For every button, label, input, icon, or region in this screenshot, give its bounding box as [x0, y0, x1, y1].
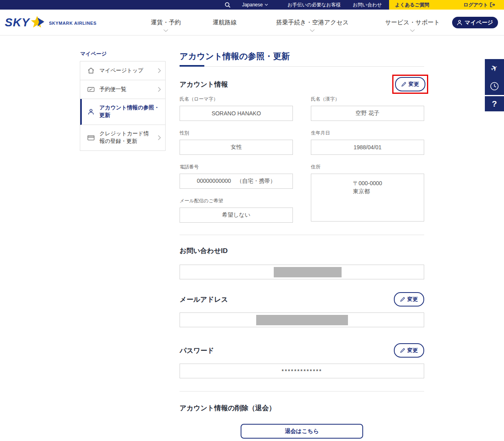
pencil-icon — [400, 348, 405, 353]
chevron-down-icon — [265, 4, 268, 6]
sidebar-item-mypage-top[interactable]: マイページトップ — [80, 61, 165, 80]
logo-subtext: SKYMARK AIRLINES — [49, 21, 97, 26]
search-icon[interactable] — [225, 2, 231, 8]
main-header: SKY SKYMARK AIRLINES 運賃・予約 運航路線 搭乗手続き・空港… — [0, 10, 504, 36]
help-icon: ? — [492, 99, 497, 109]
assist-link[interactable]: お手伝いの必要なお客様 — [287, 2, 340, 8]
value-address: 〒000-0000 東京都 — [311, 174, 424, 221]
withdraw-button[interactable]: 退会はこちら — [241, 424, 363, 439]
value-name-kanji: 空野 花子 — [311, 106, 424, 121]
redacted-value — [274, 267, 342, 277]
field-mail-preference: メール配信のご希望 希望しない — [180, 198, 293, 223]
value-mail-preference: 希望しない — [180, 208, 293, 223]
chevron-down-icon — [310, 29, 315, 32]
section-divider — [180, 391, 424, 392]
pencil-icon — [400, 297, 405, 302]
value-name-roman: SORANO HANAKO — [180, 106, 293, 121]
floating-side-buttons: ✈ ? — [485, 59, 504, 111]
logo-sky-text: SKY — [5, 16, 30, 29]
history-button[interactable] — [485, 77, 504, 95]
value-phone: 00000000000 （自宅・携帯） — [180, 174, 293, 189]
topbar-yellow-area: よくあるご質問 ログアウト — [389, 0, 504, 10]
chevron-down-icon — [163, 29, 168, 32]
change-account-button[interactable]: 変更 — [395, 77, 425, 91]
highlight-box: 変更 — [392, 75, 428, 94]
value-gender: 女性 — [180, 140, 293, 155]
change-password-button[interactable]: 変更 — [394, 343, 424, 358]
sidebar-item-credit-card[interactable]: クレジットカード情報の登録・更新 — [80, 125, 165, 150]
field-address: 住所 〒000-0000 東京都 — [311, 164, 424, 221]
pencil-icon — [401, 82, 406, 87]
password-heading: パスワード — [180, 346, 214, 355]
person-icon — [457, 20, 462, 26]
nav-service-support[interactable]: サービス・サポート — [385, 19, 440, 32]
language-label: Japanese — [242, 2, 263, 8]
sidebar-item-reservations[interactable]: 予約便一覧 — [80, 80, 165, 99]
email-heading: メールアドレス — [180, 295, 228, 304]
section-divider — [180, 235, 424, 235]
redacted-value — [256, 315, 348, 325]
value-birthdate: 1988/04/01 — [311, 140, 424, 155]
nav-routes[interactable]: 運航路線 — [213, 19, 237, 26]
chevron-down-icon — [410, 29, 415, 32]
chevron-right-icon — [158, 135, 161, 140]
account-info-heading: アカウント情報 — [180, 80, 228, 89]
inquiry-id-value — [180, 265, 424, 279]
delete-account-heading: アカウント情報の削除（退会） — [180, 403, 424, 413]
flight-status-button[interactable]: ✈ — [485, 59, 504, 77]
account-fields: 氏名（ローマ字） SORANO HANAKO 性別 女性 電話番号 000000… — [180, 96, 424, 223]
sidebar-title: マイページ — [80, 50, 107, 57]
clock-icon — [490, 81, 499, 91]
email-value — [180, 312, 424, 327]
field-phone: 電話番号 00000000000 （自宅・携帯） — [180, 164, 293, 189]
star-icon — [31, 16, 47, 29]
faq-link[interactable]: よくあるご質問 — [395, 2, 429, 8]
nav-fare-reservation[interactable]: 運賃・予約 — [151, 19, 181, 32]
logout-icon — [490, 2, 495, 7]
skymark-logo[interactable]: SKY SKYMARK AIRLINES — [5, 16, 97, 29]
mypage-sidebar: マイページトップ 予約便一覧 アカウント情報の参照・更新 クレジットカード情報の… — [80, 61, 166, 151]
plane-takeoff-icon: ✈ — [489, 62, 500, 74]
title-underline — [180, 65, 424, 67]
contact-link[interactable]: お問い合わせ — [353, 2, 382, 8]
inquiry-id-heading: お問い合わせID — [180, 246, 424, 255]
logout-link[interactable]: ログアウト — [464, 2, 495, 8]
sidebar-item-account-info[interactable]: アカウント情報の参照・更新 — [80, 99, 165, 125]
field-name-roman: 氏名（ローマ字） SORANO HANAKO — [180, 96, 293, 121]
account-info-page: アカウント情報の参照・更新 アカウント情報 変更 氏名（ローマ字） SORANO… — [180, 51, 424, 439]
ticket-icon — [87, 85, 95, 93]
home-icon — [87, 67, 95, 75]
mypage-button[interactable]: マイページ — [452, 17, 498, 28]
field-name-kanji: 氏名（漢字） 空野 花子 — [311, 96, 424, 121]
top-utility-bar: Japanese お手伝いの必要なお客様 お問い合わせ よくあるご質問 ログアウ… — [0, 0, 504, 10]
logout-label: ログアウト — [464, 2, 488, 8]
password-value: ************* — [180, 364, 424, 378]
chevron-right-icon — [158, 87, 161, 92]
credit-card-icon — [87, 134, 95, 142]
field-birthdate: 生年月日 1988/04/01 — [311, 130, 424, 155]
language-selector[interactable]: Japanese — [242, 2, 268, 8]
help-button[interactable]: ? — [485, 96, 504, 111]
chevron-right-icon — [158, 68, 161, 73]
change-email-button[interactable]: 変更 — [394, 292, 424, 307]
person-icon — [87, 108, 95, 116]
nav-boarding-airport-access[interactable]: 搭乗手続き・空港アクセス — [276, 19, 349, 32]
page-title: アカウント情報の参照・更新 — [180, 51, 424, 62]
field-gender: 性別 女性 — [180, 130, 293, 155]
